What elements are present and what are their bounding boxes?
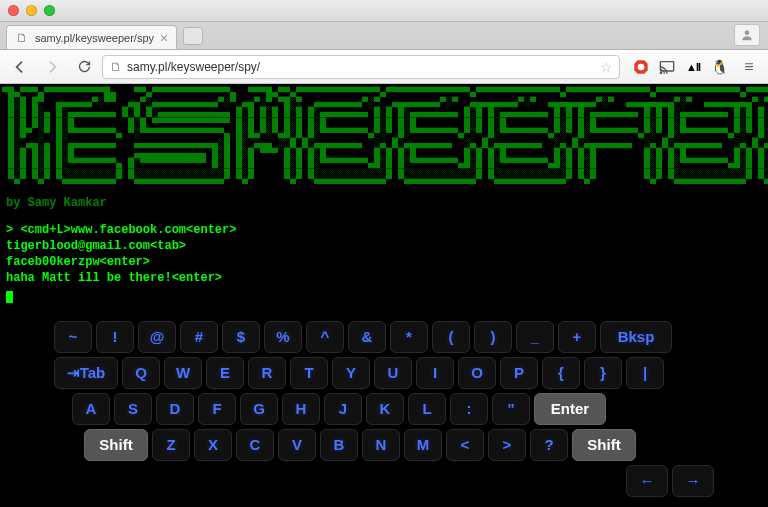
key[interactable]: ) xyxy=(474,321,512,353)
tab-strip: 🗋 samy.pl/keysweeper/spy × xyxy=(0,22,768,50)
key[interactable]: B xyxy=(320,429,358,461)
svg-point-2 xyxy=(638,63,645,70)
avatar-icon xyxy=(740,28,754,42)
key[interactable]: Z xyxy=(152,429,190,461)
key-shift-left[interactable]: Shift xyxy=(84,429,148,461)
key-enter[interactable]: Enter xyxy=(534,393,606,425)
log-line: tigerblood@gmail.com<tab> xyxy=(6,238,762,254)
ascii-logo: ▀█▄▀▀▀▄▀▀▀▀▀▀▀▀▀▀█▄ ▀▀▄▀▀▀▀▀▀▀▀▀▀▀▀▀▄ ▀▀… xyxy=(2,88,766,190)
browser-toolbar: 🗋 samy.pl/keysweeper/spy/ ☆ ▲II 🐧 ≡ xyxy=(0,50,768,84)
key[interactable]: } xyxy=(584,357,622,389)
key[interactable]: A xyxy=(72,393,110,425)
log-line: > <cmd+L>www.facebook.com<enter> xyxy=(6,222,762,238)
key[interactable]: ~ xyxy=(54,321,92,353)
extension-icon-penguin[interactable]: 🐧 xyxy=(710,58,728,76)
key-shift-right[interactable]: Shift xyxy=(572,429,636,461)
back-button[interactable] xyxy=(6,54,34,80)
key[interactable]: T xyxy=(290,357,328,389)
key[interactable]: C xyxy=(236,429,274,461)
bookmark-star-icon[interactable]: ☆ xyxy=(600,59,613,75)
key[interactable]: ( xyxy=(432,321,470,353)
tab-close-icon[interactable]: × xyxy=(160,31,168,45)
key[interactable]: E xyxy=(206,357,244,389)
key[interactable]: J xyxy=(324,393,362,425)
key[interactable]: N xyxy=(362,429,400,461)
keyboard-row-2: ⇥Tab Q W E R T Y U I O P { } | xyxy=(54,357,714,389)
key[interactable]: S xyxy=(114,393,152,425)
key[interactable]: { xyxy=(542,357,580,389)
url-text: samy.pl/keysweeper/spy/ xyxy=(127,60,596,74)
page-content: ▀█▄▀▀▀▄▀▀▀▀▀▀▀▀▀▀█▄ ▀▀▄▀▀▀▀▀▀▀▀▀▀▀▀▀▄ ▀▀… xyxy=(0,84,768,507)
key[interactable]: _ xyxy=(516,321,554,353)
key[interactable]: V xyxy=(278,429,316,461)
new-tab-button[interactable] xyxy=(183,27,203,45)
key[interactable]: I xyxy=(416,357,454,389)
key[interactable]: @ xyxy=(138,321,176,353)
close-window-button[interactable] xyxy=(8,5,19,16)
key[interactable]: * xyxy=(390,321,428,353)
key[interactable]: F xyxy=(198,393,236,425)
keyboard-row-3: A S D F G H J K L : " Enter xyxy=(72,393,714,425)
minimize-window-button[interactable] xyxy=(26,5,37,16)
key[interactable]: $ xyxy=(222,321,260,353)
key[interactable]: > xyxy=(488,429,526,461)
log-line: haha Matt ill be there!<enter> xyxy=(6,270,762,286)
window-titlebar xyxy=(0,0,768,22)
menu-button[interactable]: ≡ xyxy=(736,54,762,80)
page-favicon-icon: 🗋 xyxy=(15,31,29,45)
key[interactable]: W xyxy=(164,357,202,389)
key-arrow-left[interactable]: ← xyxy=(626,465,668,497)
key[interactable]: & xyxy=(348,321,386,353)
extension-icon-bars[interactable]: ▲II xyxy=(684,58,702,76)
key[interactable]: Y xyxy=(332,357,370,389)
keyboard-row-4: Shift Z X C V B N M < > ? Shift xyxy=(84,429,714,461)
key[interactable]: G xyxy=(240,393,278,425)
log-line: faceb00kerzpw<enter> xyxy=(6,254,762,270)
key[interactable]: Q xyxy=(122,357,160,389)
key[interactable]: | xyxy=(626,357,664,389)
traffic-lights xyxy=(8,5,55,16)
key[interactable]: P xyxy=(500,357,538,389)
key[interactable]: M xyxy=(404,429,442,461)
key[interactable]: L xyxy=(408,393,446,425)
forward-button[interactable] xyxy=(38,54,66,80)
key[interactable]: H xyxy=(282,393,320,425)
key[interactable]: X xyxy=(194,429,232,461)
key[interactable]: " xyxy=(492,393,530,425)
virtual-keyboard: ~ ! @ # $ % ^ & * ( ) _ + Bksp ⇥Tab Q W … xyxy=(54,321,714,497)
browser-tab[interactable]: 🗋 samy.pl/keysweeper/spy × xyxy=(6,25,177,49)
cast-icon[interactable] xyxy=(658,58,676,76)
terminal-cursor xyxy=(6,291,13,303)
zoom-window-button[interactable] xyxy=(44,5,55,16)
key[interactable]: O xyxy=(458,357,496,389)
key[interactable]: < xyxy=(446,429,484,461)
page-icon: 🗋 xyxy=(109,60,123,74)
profile-avatar-button[interactable] xyxy=(734,24,760,46)
key-tab[interactable]: ⇥Tab xyxy=(54,357,118,389)
svg-point-0 xyxy=(745,30,750,35)
key[interactable]: R xyxy=(248,357,286,389)
key[interactable]: K xyxy=(366,393,404,425)
key[interactable]: # xyxy=(180,321,218,353)
key[interactable]: % xyxy=(264,321,302,353)
reload-button[interactable] xyxy=(70,54,98,80)
key[interactable]: D xyxy=(156,393,194,425)
keystroke-log: > <cmd+L>www.facebook.com<enter> tigerbl… xyxy=(6,222,762,303)
key-arrow-right[interactable]: → xyxy=(672,465,714,497)
svg-point-4 xyxy=(660,72,661,73)
key-backspace[interactable]: Bksp xyxy=(600,321,672,353)
address-bar[interactable]: 🗋 samy.pl/keysweeper/spy/ ☆ xyxy=(102,55,620,79)
keyboard-row-5: ← → xyxy=(54,465,714,497)
key[interactable]: : xyxy=(450,393,488,425)
key[interactable]: U xyxy=(374,357,412,389)
extension-icons: ▲II 🐧 xyxy=(624,58,732,76)
adblock-icon[interactable] xyxy=(632,58,650,76)
key[interactable]: ! xyxy=(96,321,134,353)
key[interactable]: ^ xyxy=(306,321,344,353)
byline: by Samy Kamkar xyxy=(6,196,762,210)
keyboard-row-1: ~ ! @ # $ % ^ & * ( ) _ + Bksp xyxy=(54,321,714,353)
key[interactable]: ? xyxy=(530,429,568,461)
key[interactable]: + xyxy=(558,321,596,353)
tab-title: samy.pl/keysweeper/spy xyxy=(35,32,154,44)
